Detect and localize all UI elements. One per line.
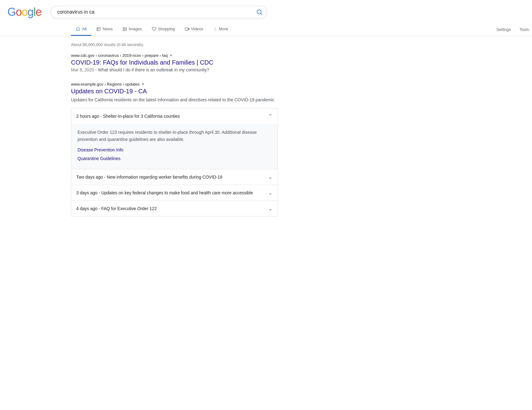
svg-point-8 (124, 28, 124, 29)
chevron-up-icon-1: ⌃ (268, 113, 273, 120)
expandable-header-text-3: 3 days ago - Updates on key federal chan… (76, 190, 253, 195)
result-date-cdc: Mar 8, 2020 (71, 67, 94, 72)
logo-o2: o (22, 6, 27, 19)
url-dropdown-arrow-cdc[interactable]: ▼ (170, 54, 173, 57)
expandable-item-3: 3 days ago - Updates on key federal chan… (71, 185, 278, 201)
tab-images[interactable]: Images (118, 23, 147, 36)
tab-news[interactable]: News (91, 23, 118, 36)
result-url-ca: www.example.gov › Regions › updates ▼ (71, 82, 278, 87)
search-icon (256, 9, 262, 15)
videos-icon (185, 27, 189, 31)
result-url-cdc: www.cdc.gov › coronavirus › 2019-ncov › … (71, 53, 278, 58)
logo-g2: g (27, 6, 33, 19)
expandable-header-text-1: 2 hours ago - Shelter-in-place for 3 Cal… (76, 114, 180, 119)
expandable-item-2: Two days ago - New information regarding… (71, 169, 278, 185)
images-icon (123, 27, 127, 31)
shopping-icon (152, 27, 156, 31)
header: Google coronavirus in ca (0, 0, 532, 19)
result-snippet-text-cdc: - What should I do if there is an outbre… (95, 67, 209, 72)
result-title-ca[interactable]: Updates on COVID-19 - CA (71, 88, 147, 95)
chevron-down-icon-4: ⌄ (268, 205, 273, 212)
expandable-header-3[interactable]: 3 days ago - Updates on key federal chan… (71, 185, 278, 201)
settings-tools: Settings Tools (493, 23, 532, 36)
tab-more-label: More (219, 27, 228, 31)
svg-line-3 (79, 30, 80, 31)
svg-line-1 (261, 13, 262, 15)
more-dots-icon: ⋮ (213, 27, 217, 31)
tab-more[interactable]: ⋮ More (208, 23, 233, 36)
logo-e: e (36, 6, 41, 19)
quarantine-guidelines-link[interactable]: Quarantine Guidelines (77, 155, 271, 162)
logo-o1: o (16, 6, 22, 19)
expandable-header-text-2: Two days ago - New information regarding… (76, 175, 222, 180)
tab-videos[interactable]: Videos (180, 23, 208, 36)
chevron-down-icon-2: ⌄ (268, 174, 273, 180)
expandable-header-2[interactable]: Two days ago - New information regarding… (71, 169, 278, 185)
search-result-cdc: www.cdc.gov › coronavirus › 2019-ncov › … (71, 53, 278, 73)
settings-link[interactable]: Settings (493, 23, 514, 36)
svg-marker-9 (188, 28, 189, 30)
tab-videos-label: Videos (191, 27, 203, 31)
tab-shopping-label: Shopping (158, 27, 175, 31)
tab-all[interactable]: All (71, 23, 91, 36)
expandable-header-text-4: 4 days ago - FAQ for Executive Order 122 (76, 206, 157, 211)
disease-prevention-link[interactable]: Disease Prevention Info (77, 146, 271, 153)
svg-rect-4 (97, 27, 100, 31)
result-snippet-cdc: Mar 8, 2020 - What should I do if there … (71, 66, 278, 73)
url-dropdown-arrow-ca[interactable]: ▼ (141, 82, 145, 86)
tab-shopping[interactable]: Shopping (147, 23, 180, 36)
logo-g: G (7, 6, 16, 19)
main-content: About 88,800,000 results (0.48 seconds) … (0, 36, 278, 231)
search-input[interactable]: coronavirus in ca (51, 6, 267, 18)
all-icon (76, 27, 80, 31)
tab-news-label: News (103, 27, 113, 31)
search-button[interactable] (256, 9, 262, 15)
results-count: About 88,800,000 results (0.48 seconds) (71, 42, 278, 47)
logo-l: l (33, 6, 36, 19)
expandable-item-1: 2 hours ago - Shelter-in-place for 3 Cal… (71, 108, 278, 169)
result-url-text-cdc: www.cdc.gov › coronavirus › 2019-ncov › … (71, 53, 168, 58)
search-bar-container: coronavirus in ca (51, 6, 267, 18)
result-title-cdc[interactable]: COVID-19: FAQs for Individuals and Famil… (71, 59, 213, 66)
expandable-content-text-1: Executive Order 123 requires residents t… (77, 129, 271, 143)
expandable-item-4: 4 days ago - FAQ for Executive Order 122… (71, 201, 278, 216)
nav-tabs: All News Images Shopping Videos ⋮ More S… (0, 20, 532, 36)
google-logo: Google (7, 6, 41, 19)
tab-images-label: Images (129, 27, 142, 31)
result-url-text-ca: www.example.gov › Regions › updates (71, 82, 140, 87)
tab-all-label: All (82, 27, 86, 31)
expandable-content-1: Executive Order 123 requires residents t… (71, 124, 278, 169)
expandable-header-1[interactable]: 2 hours ago - Shelter-in-place for 3 Cal… (71, 108, 278, 124)
news-icon (96, 27, 101, 31)
result-description-ca: Updates for California residents on the … (71, 96, 278, 103)
chevron-down-icon-3: ⌄ (268, 189, 273, 196)
search-result-ca: www.example.gov › Regions › updates ▼ Up… (71, 82, 278, 217)
svg-rect-10 (185, 27, 188, 30)
expandable-header-4[interactable]: 4 days ago - FAQ for Executive Order 122… (71, 201, 278, 216)
tools-link[interactable]: Tools (517, 23, 532, 36)
expandable-container: 2 hours ago - Shelter-in-place for 3 Cal… (71, 108, 278, 217)
